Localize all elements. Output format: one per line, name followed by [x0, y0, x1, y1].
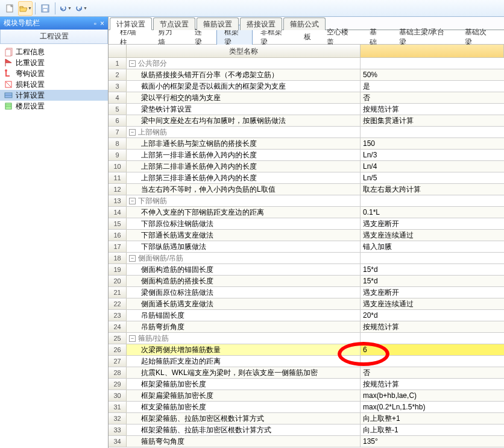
top-tab-3[interactable]: 搭接设置: [240, 17, 282, 30]
grid-row[interactable]: 23吊筋锚固长度20*d: [109, 310, 504, 321]
row-label: 上部第三排非通长筋伸入跨内的长度: [141, 172, 257, 183]
grid-row[interactable]: 22侧面通长筋遇支座做法遇支座连续通过: [109, 298, 504, 310]
row-value-cell[interactable]: [361, 195, 504, 206]
top-tab-4[interactable]: 箍筋公式: [283, 17, 326, 30]
row-value-cell[interactable]: 遇支座连续通过: [361, 230, 504, 241]
row-value-cell[interactable]: 否: [361, 367, 504, 378]
row-value-cell[interactable]: 50%: [361, 69, 504, 80]
row-name-cell: 梁垫铁计算设置: [127, 104, 361, 115]
grid-row[interactable]: 15下部原位标注钢筋做法遇支座断开: [109, 218, 504, 230]
grid-row[interactable]: 11上部第三排非通长筋伸入跨内的长度Ln/5: [109, 172, 504, 184]
grid-row[interactable]: 14不伸入支座的下部钢筋距支座边的距离0.1*L: [109, 207, 504, 218]
pin-icon[interactable]: ▫: [94, 19, 96, 28]
row-value-cell[interactable]: 按规范计算: [361, 379, 504, 390]
row-value-cell[interactable]: 按规范计算: [361, 321, 504, 332]
collapse-icon[interactable]: −: [129, 60, 136, 67]
grid-row[interactable]: 30框架扁梁箍筋加密长度max(b+hb,lae,C): [109, 390, 504, 402]
nav-item-1[interactable]: 比重设置: [0, 57, 108, 68]
grid-body[interactable]: 1−公共部分2纵筋搭接接头错开百分率（不考虑架立筋）50%3截面小的框架梁是否以…: [109, 58, 504, 448]
nav-item-2[interactable]: 弯钩设置: [0, 68, 108, 79]
grid-group-row[interactable]: 25−箍筋/拉筋: [109, 333, 504, 344]
collapse-icon[interactable]: −: [129, 255, 136, 262]
row-value-cell[interactable]: 按规范计算: [361, 104, 504, 115]
grid-row[interactable]: 29框架梁箍筋加密长度按规范计算: [109, 379, 504, 390]
row-value-cell[interactable]: [361, 127, 504, 137]
grid-row[interactable]: 9上部第一排非通长筋伸入跨内的长度Ln/3: [109, 150, 504, 161]
row-value-cell[interactable]: 15*d: [361, 276, 504, 286]
open-button[interactable]: ▼: [18, 1, 33, 16]
grid-row[interactable]: 31框支梁箍筋加密长度max(0.2*Ln,1.5*hb): [109, 402, 504, 413]
row-value-cell[interactable]: Ln/4: [361, 161, 504, 172]
sub-tab-5[interactable]: 板: [296, 30, 319, 45]
grid-row[interactable]: 8上部非通长筋与架立钢筋的搭接长度150: [109, 138, 504, 150]
nav-item-5[interactable]: 楼层设置: [0, 101, 108, 112]
grid-group-row[interactable]: 13−下部钢筋: [109, 195, 504, 207]
grid-row[interactable]: 10上部第二排非通长筋伸入跨内的长度Ln/4: [109, 161, 504, 172]
grid-row[interactable]: 34箍筋弯勾角度135°: [109, 436, 504, 447]
row-value-cell[interactable]: 锚入加腋: [361, 241, 504, 252]
row-value-cell[interactable]: [361, 58, 504, 69]
row-value-cell[interactable]: [361, 356, 504, 367]
nav-item-3[interactable]: 损耗设置: [0, 79, 108, 90]
nav-item-icon: [4, 90, 13, 100]
close-icon[interactable]: ×: [100, 19, 104, 28]
row-value-cell[interactable]: 6: [361, 344, 504, 355]
undo-button[interactable]: ▼: [58, 1, 72, 16]
row-value-cell[interactable]: 15*d: [361, 264, 504, 275]
top-tab-1[interactable]: 节点设置: [153, 17, 195, 30]
grid-row[interactable]: 16下部通长筋遇支座做法遇支座连续通过: [109, 230, 504, 241]
row-value-cell[interactable]: [361, 333, 504, 344]
row-value-cell[interactable]: 150: [361, 138, 504, 149]
row-value-cell[interactable]: max(0.2*Ln,1.5*hb): [361, 402, 504, 412]
grid-row[interactable]: 5梁垫铁计算设置按规范计算: [109, 104, 504, 115]
grid-row[interactable]: 19侧面构造筋的锚固长度15*d: [109, 264, 504, 276]
row-label: 上部非通长筋与架立钢筋的搭接长度: [141, 138, 257, 149]
grid-row[interactable]: 33框架梁箍筋、拉筋非加密区根数计算方式向上取整-1: [109, 424, 504, 436]
nav-item-4[interactable]: 计算设置: [0, 90, 108, 101]
new-button[interactable]: [2, 1, 17, 16]
grid-row[interactable]: 17下部纵筋遇加腋做法锚入加腋: [109, 241, 504, 253]
row-value-cell[interactable]: 向上取整-1: [361, 424, 504, 435]
top-tab-0[interactable]: 计算设置: [110, 17, 152, 30]
row-value-cell[interactable]: 遇支座连续通过: [361, 298, 504, 309]
grid-group-row[interactable]: 7−上部钢筋: [109, 127, 504, 138]
row-value-cell[interactable]: max(b+hb,lae,C): [361, 390, 504, 401]
grid-row[interactable]: 4梁以平行相交的墙为支座否: [109, 92, 504, 104]
collapse-icon[interactable]: −: [129, 335, 136, 342]
grid-group-row[interactable]: 1−公共部分: [109, 58, 504, 69]
row-value-cell[interactable]: 按图集贯通计算: [361, 115, 504, 126]
row-name-cell: 梁中间支座处左右均有加腋时，加腋钢筋做法: [127, 115, 361, 126]
collapse-icon[interactable]: −: [129, 129, 136, 136]
grid-row[interactable]: 27起始箍筋距支座边的距离: [109, 356, 504, 367]
grid-row[interactable]: 6梁中间支座处左右均有加腋时，加腋钢筋做法按图集贯通计算: [109, 115, 504, 127]
row-value-cell[interactable]: 遇支座断开: [361, 218, 504, 229]
row-value-cell[interactable]: 否: [361, 92, 504, 103]
redo-button[interactable]: ▼: [74, 1, 88, 16]
row-value-cell[interactable]: 135°: [361, 436, 504, 447]
nav-section-header[interactable]: 工程设置: [0, 30, 108, 44]
row-value-cell[interactable]: 是: [361, 81, 504, 92]
grid-row[interactable]: 28抗震KL、WKL端支座为梁时，则在该支座一侧箍筋加密否: [109, 367, 504, 379]
grid-row[interactable]: 2纵筋搭接接头错开百分率（不考虑架立筋）50%: [109, 69, 504, 81]
row-value-cell[interactable]: 20*d: [361, 310, 504, 321]
grid-row[interactable]: 26次梁两侧共增加箍筋数量6: [109, 344, 504, 356]
grid-row[interactable]: 12当左右跨不等时，伸入小跨内负筋的L取值取左右最大跨计算: [109, 184, 504, 195]
row-value-cell[interactable]: Ln/3: [361, 150, 504, 160]
row-value-cell[interactable]: 遇支座断开: [361, 287, 504, 298]
row-value-cell[interactable]: 取左右最大跨计算: [361, 184, 504, 195]
nav-item-0[interactable]: 工程信息: [0, 46, 108, 57]
grid-row[interactable]: 32框架梁箍筋、拉筋加密区根数计算方式向上取整+1: [109, 413, 504, 424]
row-value-cell[interactable]: [361, 253, 504, 263]
grid-row[interactable]: 24吊筋弯折角度按规范计算: [109, 321, 504, 333]
row-value-cell[interactable]: 向上取整+1: [361, 413, 504, 424]
row-value-cell[interactable]: Ln/5: [361, 172, 504, 183]
collapse-icon[interactable]: −: [129, 198, 136, 204]
save-button[interactable]: [38, 1, 52, 16]
grid-row[interactable]: 3截面小的框架梁是否以截面大的框架梁为支座是: [109, 81, 504, 92]
top-tab-2[interactable]: 箍筋设置: [197, 17, 239, 30]
row-label: 侧面通长筋遇支座做法: [141, 298, 213, 309]
row-value-cell[interactable]: 0.1*L: [361, 207, 504, 218]
grid-row[interactable]: 21梁侧面原位标注筋做法遇支座断开: [109, 287, 504, 298]
grid-row[interactable]: 20侧面构造筋的搭接长度15*d: [109, 276, 504, 287]
grid-group-row[interactable]: 18−侧面钢筋/吊筋: [109, 253, 504, 264]
